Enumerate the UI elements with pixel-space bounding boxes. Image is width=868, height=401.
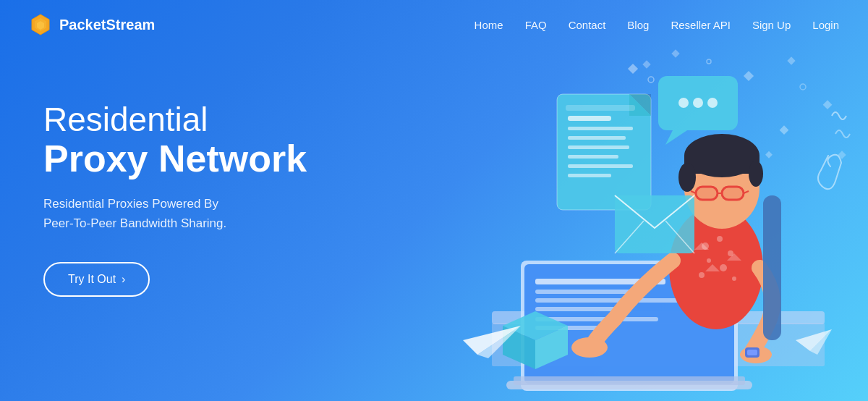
- svg-rect-3: [628, 64, 638, 74]
- nav-contact[interactable]: Contact: [569, 19, 606, 31]
- svg-rect-65: [566, 105, 635, 111]
- svg-rect-56: [568, 116, 611, 121]
- nav-reseller-api[interactable]: Reseller API: [671, 19, 731, 31]
- svg-rect-46: [697, 187, 717, 199]
- svg-rect-62: [568, 174, 611, 177]
- svg-rect-57: [568, 127, 633, 130]
- svg-point-39: [678, 163, 696, 192]
- svg-rect-81: [780, 125, 789, 135]
- svg-point-26: [717, 236, 723, 242]
- svg-point-31: [732, 277, 736, 281]
- nav-home[interactable]: Home: [475, 19, 503, 31]
- svg-point-10: [707, 59, 711, 64]
- logo-icon: [29, 13, 52, 36]
- svg-rect-18: [535, 298, 680, 303]
- svg-rect-53: [763, 195, 781, 340]
- hero-subtitle: Residential Proxies Powered ByPeer-To-Pe…: [43, 194, 289, 233]
- svg-point-30: [699, 272, 705, 278]
- svg-point-70: [707, 98, 718, 108]
- brand-name: PacketStream: [59, 17, 155, 33]
- svg-rect-23: [514, 376, 745, 385]
- svg-rect-83: [642, 60, 650, 68]
- svg-point-40: [749, 161, 763, 187]
- nav-blog[interactable]: Blog: [627, 19, 649, 31]
- hero-title-bold: Proxy Network: [43, 138, 307, 180]
- svg-rect-82: [765, 151, 773, 159]
- svg-rect-47: [723, 187, 743, 199]
- hero-section: PacketStream Home FAQ Contact Blog Resel…: [0, 0, 868, 401]
- svg-point-69: [693, 98, 703, 108]
- navbar: PacketStream Home FAQ Contact Blog Resel…: [0, 0, 868, 49]
- svg-rect-51: [747, 350, 757, 355]
- nav-links: Home FAQ Contact Blog Reseller API Sign …: [475, 19, 839, 31]
- svg-point-48: [571, 337, 608, 358]
- svg-point-68: [678, 98, 689, 108]
- try-button-label: Try It Out: [68, 273, 116, 286]
- svg-point-28: [707, 258, 711, 263]
- svg-rect-61: [568, 164, 633, 168]
- nav-faq[interactable]: FAQ: [525, 19, 547, 31]
- svg-rect-7: [823, 100, 833, 109]
- svg-rect-5: [744, 71, 754, 81]
- svg-point-11: [800, 84, 806, 90]
- try-it-out-button[interactable]: Try It Out ›: [43, 262, 150, 297]
- hero-title-light: Residential: [43, 101, 307, 138]
- svg-marker-67: [665, 130, 687, 145]
- logo[interactable]: PacketStream: [29, 13, 155, 36]
- svg-point-29: [720, 264, 727, 271]
- arrow-icon: ›: [122, 273, 125, 286]
- svg-rect-38: [684, 156, 760, 174]
- svg-rect-59: [568, 145, 629, 149]
- nav-login[interactable]: Login: [812, 19, 839, 31]
- hero-content: Residential Proxy Network Residential Pr…: [43, 101, 307, 297]
- svg-point-9: [648, 77, 654, 83]
- svg-rect-4: [671, 49, 679, 57]
- svg-rect-6: [787, 56, 795, 64]
- svg-rect-58: [568, 136, 626, 140]
- hero-illustration: [362, 22, 854, 398]
- nav-signup[interactable]: Sign Up: [752, 19, 791, 31]
- svg-rect-71: [615, 195, 694, 253]
- svg-rect-60: [568, 155, 618, 159]
